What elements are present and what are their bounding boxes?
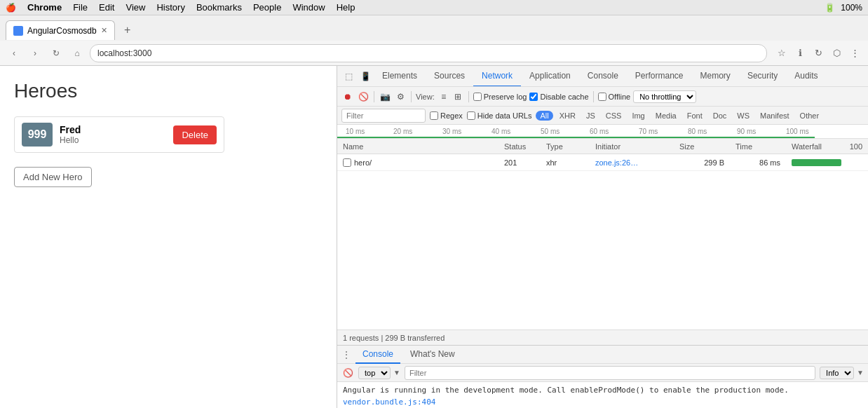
- console-menu-icon[interactable]: ⋮: [340, 348, 353, 361]
- col-initiator[interactable]: Initiator: [590, 142, 674, 151]
- col-size[interactable]: Size: [674, 142, 730, 151]
- cell-initiator[interactable]: zone.js:26…: [590, 158, 674, 167]
- row-name: hero/: [354, 158, 372, 167]
- whats-new-tab[interactable]: What's New: [403, 346, 462, 364]
- filter-tag-media[interactable]: Media: [651, 111, 681, 121]
- col-type[interactable]: Type: [541, 142, 590, 151]
- apple-icon[interactable]: 🍎: [6, 3, 16, 13]
- table-row[interactable]: hero/ 201 xhr zone.js:26… 299 B 86 ms: [337, 154, 868, 171]
- record-button[interactable]: ⏺: [341, 90, 354, 103]
- tick-80ms: 80 ms: [688, 128, 707, 135]
- offline-checkbox[interactable]: [598, 93, 606, 101]
- menu-icon[interactable]: ⋮: [847, 46, 862, 61]
- hero-badge: 999: [22, 123, 53, 147]
- refresh-icon[interactable]: ↻: [811, 46, 826, 61]
- back-button[interactable]: ‹: [6, 45, 22, 62]
- col-time[interactable]: Time: [730, 142, 786, 151]
- filter-tags: All XHR JS CSS Img Media Font Doc WS Man…: [536, 111, 823, 121]
- console-link[interactable]: vendor.bundle.js:404: [343, 397, 435, 407]
- console-message: Angular is running in the development mo…: [343, 386, 789, 395]
- col-waterfall[interactable]: Waterfall: [786, 142, 844, 151]
- disable-cache-checkbox[interactable]: [529, 93, 538, 101]
- filter-tag-doc[interactable]: Doc: [709, 111, 731, 121]
- delete-button[interactable]: Delete: [173, 125, 217, 144]
- toolbar-separator-3: [468, 91, 469, 102]
- reload-button[interactable]: ↻: [48, 45, 65, 62]
- cell-waterfall: [786, 159, 868, 166]
- tick-20ms: 20 ms: [393, 128, 412, 135]
- regex-checkbox[interactable]: [430, 111, 438, 120]
- menu-bookmarks[interactable]: Bookmarks: [196, 2, 242, 13]
- browser-tab[interactable]: AngularCosmosdb ✕: [6, 20, 115, 40]
- tab-sources[interactable]: Sources: [426, 66, 473, 87]
- forward-button[interactable]: ›: [27, 45, 43, 62]
- home-button[interactable]: ⌂: [69, 45, 86, 62]
- console-tab[interactable]: Console: [355, 346, 400, 364]
- preserve-log-checkbox[interactable]: [473, 93, 482, 101]
- col-status[interactable]: Status: [499, 142, 541, 151]
- menu-view[interactable]: View: [126, 2, 145, 13]
- menu-edit[interactable]: Edit: [99, 2, 114, 13]
- tab-performance[interactable]: Performance: [627, 66, 692, 87]
- menu-people[interactable]: People: [253, 2, 281, 13]
- menu-help[interactable]: Help: [337, 2, 355, 13]
- camera-button[interactable]: 📷: [379, 90, 391, 103]
- console-clear-icon[interactable]: 🚫: [341, 367, 354, 379]
- console-panel: ⋮ Console What's New 🚫 top ▼ Info ▼: [337, 345, 868, 408]
- tab-audits[interactable]: Audits: [786, 66, 826, 87]
- filter-input[interactable]: [341, 109, 426, 123]
- preserve-log-group: Preserve log: [473, 93, 527, 101]
- cell-time: 86 ms: [730, 158, 786, 167]
- tick-40ms: 40 ms: [491, 128, 510, 135]
- add-hero-button[interactable]: Add New Hero: [14, 167, 92, 187]
- filter-tag-font[interactable]: Font: [683, 111, 707, 121]
- row-checkbox[interactable]: [343, 158, 351, 167]
- tab-elements[interactable]: Elements: [374, 66, 426, 87]
- console-level-group: Info ▼: [820, 367, 864, 379]
- filter-tag-img[interactable]: Img: [628, 111, 649, 121]
- tab-security[interactable]: Security: [739, 66, 786, 87]
- tab-memory[interactable]: Memory: [692, 66, 739, 87]
- tab-application[interactable]: Application: [521, 66, 579, 87]
- bookmark-icon[interactable]: ☆: [774, 46, 789, 61]
- tick-90ms: 90 ms: [737, 128, 756, 135]
- tab-network[interactable]: Network: [473, 66, 521, 87]
- devtools-inspect-icon[interactable]: ⬚: [340, 68, 357, 85]
- menu-history[interactable]: History: [156, 2, 184, 13]
- hide-data-urls-checkbox[interactable]: [467, 111, 475, 120]
- filter-tag-js[interactable]: JS: [582, 111, 599, 121]
- list-view-icon[interactable]: ≡: [438, 90, 450, 103]
- menu-chrome[interactable]: Chrome: [27, 2, 62, 13]
- toolbar-separator-2: [411, 91, 412, 102]
- filter-button[interactable]: ⚙: [394, 90, 407, 103]
- grid-view-icon[interactable]: ⊞: [452, 90, 464, 103]
- clear-button[interactable]: 🚫: [357, 90, 369, 103]
- console-level-select[interactable]: Info: [820, 367, 854, 379]
- console-filter-input[interactable]: [405, 366, 815, 380]
- tab-bar: AngularCosmosdb ✕ +: [0, 15, 868, 41]
- cell-type: xhr: [541, 158, 590, 167]
- filter-tag-manifest[interactable]: Manifest: [756, 111, 794, 121]
- col-name[interactable]: Name: [337, 142, 499, 151]
- tab-console[interactable]: Console: [579, 66, 627, 87]
- address-field[interactable]: localhost:3000: [90, 44, 767, 62]
- tab-favicon: [13, 26, 23, 36]
- filter-tag-all[interactable]: All: [536, 111, 552, 121]
- toolbar-separator-1: [374, 91, 374, 102]
- new-tab-button[interactable]: +: [118, 20, 137, 40]
- console-context-select[interactable]: top: [358, 367, 391, 379]
- timeline-progress: [337, 137, 815, 138]
- info-icon[interactable]: ℹ: [792, 46, 808, 61]
- filter-tag-xhr[interactable]: XHR: [555, 111, 580, 121]
- throttle-select[interactable]: No throttling: [633, 90, 696, 103]
- disable-cache-label: Disable cache: [540, 93, 588, 101]
- tab-close-button[interactable]: ✕: [101, 26, 107, 35]
- filter-tag-ws[interactable]: WS: [733, 111, 754, 121]
- tick-50ms: 50 ms: [541, 128, 560, 135]
- devtools-device-icon[interactable]: 📱: [357, 68, 374, 85]
- menu-window[interactable]: Window: [292, 2, 325, 13]
- filter-tag-css[interactable]: CSS: [602, 111, 626, 121]
- filter-tag-other[interactable]: Other: [796, 111, 824, 121]
- menu-file[interactable]: File: [73, 2, 88, 13]
- cast-icon[interactable]: ⬡: [829, 46, 844, 61]
